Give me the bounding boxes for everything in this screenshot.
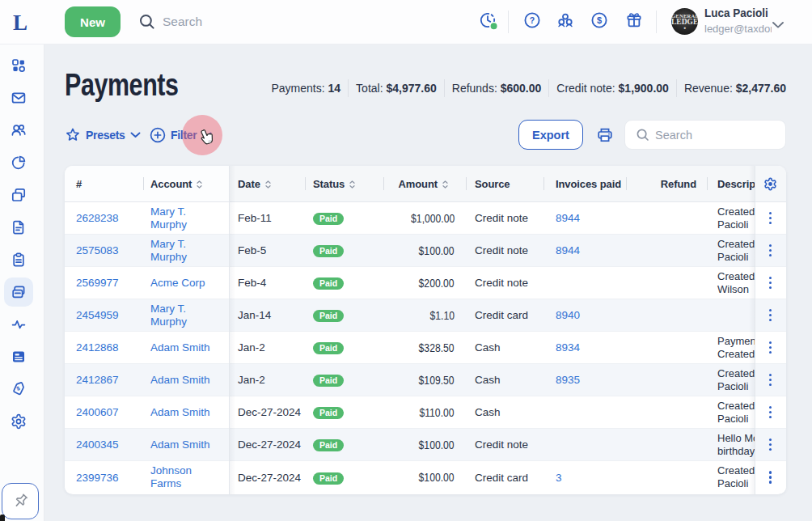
svg-text:?: ? <box>530 15 535 25</box>
svg-text:$: $ <box>597 15 602 25</box>
svg-text:$: $ <box>16 385 21 392</box>
